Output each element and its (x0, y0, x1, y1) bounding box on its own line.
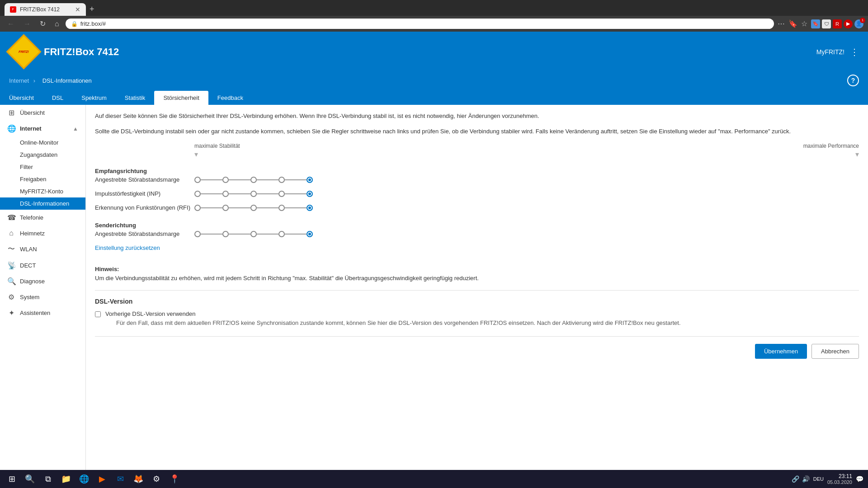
time-display: 23:11 05.03.2020 (827, 473, 852, 485)
slider-rfi-rx[interactable] (194, 205, 313, 211)
radio-rx2-1[interactable] (194, 191, 201, 197)
radio-tx1-4[interactable] (278, 231, 285, 237)
radio-rx3-2[interactable] (222, 205, 229, 211)
main-content-panel: Auf dieser Seite können Sie die Störsich… (86, 105, 868, 472)
radio-rx3-1[interactable] (194, 205, 201, 211)
reload-button[interactable]: ↻ (37, 19, 48, 29)
radio-rx3-5[interactable] (307, 205, 313, 211)
slider-stoer-margin-rx[interactable] (194, 177, 313, 183)
vlc-button[interactable]: ▶ (95, 472, 109, 486)
bookmark-icon[interactable]: 🔖 (788, 19, 797, 28)
tab-close-button[interactable]: ✕ (75, 6, 80, 13)
radio-tx1-2[interactable] (222, 231, 229, 237)
start-button[interactable]: ⊞ (5, 472, 19, 486)
firefox-button[interactable]: 🦊 (131, 472, 146, 486)
sidebar-item-online-monitor[interactable]: Online-Monitor (0, 136, 85, 149)
settings-button[interactable]: ⚙ (149, 472, 164, 486)
tab-spektrum[interactable]: Spektrum (72, 91, 116, 105)
sidebar-item-myfritz-konto[interactable]: MyFRITZ!-Konto (0, 185, 85, 197)
ext-icon-5[interactable]: 👤1 (854, 19, 863, 28)
date-display: 05.03.2020 (827, 479, 852, 485)
radio-rx1-3[interactable] (250, 177, 257, 183)
tab-stoersicherheit[interactable]: Störsicherheit (154, 91, 208, 105)
ext-icon-4[interactable]: ▶ (844, 19, 853, 28)
sidebar-item-uebersicht[interactable]: ⊞ Übersicht (0, 105, 85, 121)
mail-button[interactable]: ✉ (113, 472, 127, 486)
toolbar-icons: ⋯ 🔖 ☆ (778, 19, 807, 28)
radio-rx1-4[interactable] (278, 177, 285, 183)
home-button[interactable]: ⌂ (52, 19, 62, 29)
fritz-logo-diamond: FRITZ! (9, 37, 38, 66)
language-indicator: DEU (813, 476, 824, 482)
radio-rx1-2[interactable] (222, 177, 229, 183)
back-button[interactable]: ← (5, 19, 17, 29)
tab-uebersicht[interactable]: Übersicht (0, 91, 43, 105)
radio-rx1-5[interactable] (307, 177, 313, 183)
ext-icon-1[interactable]: 🔖 (811, 19, 820, 28)
radio-rx2-4[interactable] (278, 191, 285, 197)
radio-tx1-5[interactable] (307, 231, 313, 237)
checkbox-desc: Für den Fall, dass mit dem aktuellen FRI… (116, 319, 681, 327)
radio-rx2-5[interactable] (307, 191, 313, 197)
slider-row-inp-rx: Impulsstörfestigkeit (INP) (95, 190, 859, 197)
star-icon[interactable]: ☆ (801, 19, 807, 28)
sidebar-item-diagnose[interactable]: 🔍 Diagnose (0, 273, 85, 289)
sidebar-item-assistenten[interactable]: ✦ Assistenten (0, 305, 85, 321)
cancel-button[interactable]: Abbrechen (811, 344, 859, 359)
breadcrumb-parent[interactable]: Internet (9, 77, 29, 84)
sidebar-item-internet[interactable]: 🌐 Internet ▲ (0, 121, 85, 136)
reset-link[interactable]: Einstellung zurücksetzen (95, 244, 160, 251)
search-button[interactable]: 🔍 (23, 472, 37, 486)
sidebar-item-wlan[interactable]: 〜 WLAN (0, 241, 85, 258)
volume-tray-icon: 🔊 (802, 475, 810, 483)
header-menu-icon[interactable]: ⋮ (850, 47, 859, 57)
hint-section: Hinweis: Um die Verbindungsstabilität zu… (95, 266, 859, 282)
slider-inp-rx[interactable] (194, 191, 313, 197)
sidebar-label-uebersicht: Übersicht (20, 109, 78, 116)
apply-button[interactable]: Übernehmen (755, 344, 807, 359)
task-view-button[interactable]: ⧉ (41, 472, 55, 486)
sidebar-item-dect[interactable]: 📡 DECT (0, 258, 85, 273)
taskbar-right: 🔗 🔊 DEU 23:11 05.03.2020 💬 (792, 473, 863, 485)
sidebar-item-freigaben[interactable]: Freigaben (0, 173, 85, 185)
vorherige-dsl-checkbox[interactable] (95, 311, 101, 317)
sidebar-item-dsl-informationen[interactable]: DSL-Informationen (0, 197, 85, 210)
sidebar-item-heimnetz[interactable]: ⌂ Heimnetz (0, 225, 85, 241)
sidebar-item-telefonie[interactable]: ☎ Telefonie (0, 210, 85, 225)
section-sender-header: Senderichtung (95, 218, 859, 230)
radio-rx3-3[interactable] (250, 205, 257, 211)
sidebar-item-system[interactable]: ⚙ System (0, 289, 85, 305)
radio-rx3-4[interactable] (278, 205, 285, 211)
radio-rx1-1[interactable] (194, 177, 201, 183)
radio-tx1-1[interactable] (194, 231, 201, 237)
dsl-version-title: DSL-Version (95, 298, 859, 305)
sidebar-item-filter[interactable]: Filter (0, 161, 85, 173)
sidebar-item-zugangsdaten[interactable]: Zugangsdaten (0, 149, 85, 161)
system-icon: ⚙ (7, 293, 15, 301)
radio-rx2-2[interactable] (222, 191, 229, 197)
ext-icon-2[interactable]: 🛡 (822, 19, 831, 28)
more-menu-icon[interactable]: ⋯ (778, 19, 785, 28)
radio-tx1-3[interactable] (250, 231, 257, 237)
help-icon[interactable]: ? (847, 75, 859, 86)
address-bar[interactable] (80, 20, 769, 27)
breadcrumb: Internet › DSL-Informationen (9, 77, 94, 84)
tab-statistik[interactable]: Statistik (116, 91, 155, 105)
forward-button[interactable]: → (21, 19, 33, 29)
sidebar-label-diagnose: Diagnose (20, 278, 78, 285)
slider-stoer-margin-tx[interactable] (194, 231, 313, 237)
ie-button[interactable]: 🌐 (77, 472, 91, 486)
notification-icon[interactable]: 💬 (856, 475, 863, 483)
fritzbox-header: FRITZ! FRITZ!Box 7412 MyFRITZ! ⋮ (0, 32, 868, 72)
internet-expand-icon: ▲ (73, 126, 78, 132)
tab-dsl[interactable]: DSL (43, 91, 72, 105)
active-browser-tab[interactable]: F FRITZ!Box 7412 ✕ (5, 3, 86, 16)
file-explorer-button[interactable]: 📁 (59, 472, 73, 486)
new-tab-button[interactable]: + (86, 3, 98, 16)
radio-rx2-3[interactable] (250, 191, 257, 197)
maps-button[interactable]: 📍 (167, 472, 182, 486)
tab-feedback[interactable]: Feedback (208, 91, 252, 105)
myfritz-link[interactable]: MyFRITZ! (816, 48, 844, 56)
breadcrumb-current: DSL-Informationen (42, 77, 92, 84)
ext-icon-3[interactable]: R (833, 19, 842, 28)
